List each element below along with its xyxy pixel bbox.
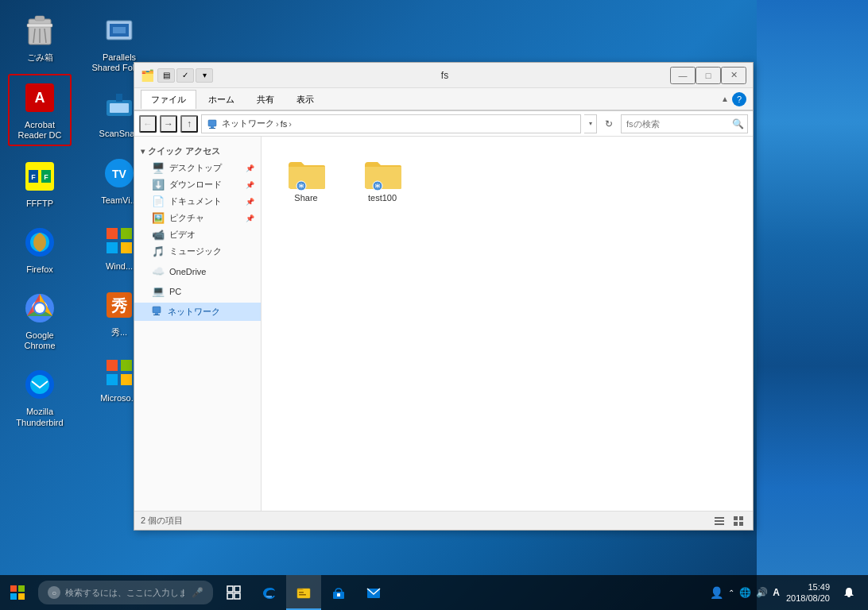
status-bar-right <box>711 514 746 528</box>
minimize-button[interactable]: — <box>670 67 696 84</box>
up-button[interactable]: ↑ <box>180 115 198 133</box>
svg-rect-26 <box>116 94 122 102</box>
shuuji-label: 秀... <box>111 327 127 338</box>
svg-text:F: F <box>44 173 48 181</box>
svg-rect-41 <box>209 128 215 129</box>
tab-file[interactable]: ファイル <box>141 90 196 109</box>
qa-btn-1[interactable]: ▤ <box>157 68 175 83</box>
sidebar-quick-access-header[interactable]: クイック アクセス <box>134 143 261 160</box>
store-taskbar-button[interactable] <box>321 575 356 610</box>
tab-home[interactable]: ホーム <box>198 90 245 109</box>
desktop-icon-firefox[interactable]: Firefox <box>8 220 72 278</box>
task-view-button[interactable] <box>216 575 251 610</box>
svg-rect-29 <box>107 228 118 239</box>
sidebar: クイック アクセス 🖥️ デスクトップ 📌 ⬇️ ダウンロード 📌 📄 ドキュメ… <box>134 137 262 511</box>
network-tray-icon[interactable]: 🌐 <box>739 587 751 598</box>
desktop-icon-thunderbird[interactable]: Mozilla Thunderbird <box>8 362 72 430</box>
svg-text:秀: 秀 <box>111 297 128 315</box>
search-box: 🔍 <box>621 114 748 133</box>
pin-icon-downloads: 📌 <box>246 181 254 189</box>
microsoft-icon <box>100 352 138 390</box>
svg-rect-64 <box>299 594 306 596</box>
windows2-icon <box>100 220 138 258</box>
sidebar-item-onedrive[interactable]: ☁️ OneDrive <box>134 263 261 280</box>
sidebar-item-music[interactable]: 🎵 ミュージック <box>134 243 261 260</box>
svg-rect-38 <box>121 374 132 385</box>
sidebar-item-onedrive-label: OneDrive <box>169 267 206 276</box>
sidebar-item-documents[interactable]: 📄 ドキュメント 📌 <box>134 193 261 210</box>
videos-sidebar-icon: 📹 <box>152 229 165 241</box>
svg-text:A: A <box>35 90 45 106</box>
qa-btn-2[interactable]: ✓ <box>176 68 194 83</box>
teamviewer-label: TeamVi... <box>101 195 138 206</box>
desktop-icon-ffftp[interactable]: F F FFFTP <box>8 154 72 212</box>
svg-rect-55 <box>18 585 25 592</box>
status-bar: 2 個の項目 <box>134 511 753 530</box>
address-bar: ← → ↑ ネットワーク › fs › ▾ ↻ <box>134 111 753 137</box>
tab-view[interactable]: 表示 <box>286 90 324 109</box>
sidebar-item-videos[interactable]: 📹 ビデオ <box>134 226 261 243</box>
content-area: Share test100 <box>262 137 753 511</box>
desktop-icon-chrome[interactable]: Google Chrome <box>8 286 72 354</box>
desktop-icon-recycle-bin[interactable]: ごみ箱 <box>8 8 72 66</box>
ribbon-expand[interactable]: ▲ <box>721 95 729 103</box>
clock-time: 15:49 <box>786 581 830 593</box>
sidebar-item-network[interactable]: ネットワーク <box>134 303 261 321</box>
forward-button[interactable]: → <box>160 115 177 133</box>
maximize-button[interactable]: □ <box>696 67 721 84</box>
folder-item-share[interactable]: Share <box>274 149 338 209</box>
help-button[interactable]: ? <box>732 92 746 106</box>
back-button[interactable]: ← <box>139 115 157 133</box>
teamviewer-icon: TV <box>100 154 138 192</box>
scansnap-icon <box>100 87 138 125</box>
person-icon[interactable]: 👤 <box>710 586 723 599</box>
desktop: ごみ箱 A Acrobat Reader DC F F <box>0 0 868 610</box>
sidebar-item-downloads-label: ダウンロード <box>169 179 222 191</box>
explorer-taskbar-button[interactable] <box>286 575 321 610</box>
address-dropdown-button[interactable]: ▾ <box>584 114 597 133</box>
parallels-icon <box>100 11 138 49</box>
sidebar-item-videos-label: ビデオ <box>169 229 196 241</box>
sidebar-section-onedrive: ☁️ OneDrive <box>134 263 261 280</box>
address-path[interactable]: ネットワーク › fs › <box>201 114 581 133</box>
svg-rect-61 <box>234 593 240 599</box>
qa-btn-3[interactable]: ▾ <box>196 68 213 83</box>
sidebar-item-desktop[interactable]: 🖥️ デスクトップ 📌 <box>134 160 261 176</box>
refresh-button[interactable]: ↻ <box>600 115 618 133</box>
start-button[interactable] <box>0 575 35 610</box>
explorer-title-icon: 🗂️ <box>141 69 154 82</box>
system-clock[interactable]: 15:49 2018/08/20 <box>786 581 830 604</box>
svg-rect-57 <box>18 593 25 600</box>
acrobat-label: Acrobat Reader DC <box>13 120 67 141</box>
volume-tray-icon[interactable]: 🔊 <box>756 587 768 598</box>
view-large-icons-button[interactable] <box>730 514 746 528</box>
svg-rect-23 <box>113 27 126 33</box>
tab-share[interactable]: 共有 <box>246 90 285 109</box>
network-sidebar-icon <box>152 305 163 319</box>
chrome-icon <box>21 289 59 327</box>
sidebar-section-quick-access: クイック アクセス 🖥️ デスクトップ 📌 ⬇️ ダウンロード 📌 📄 ドキュメ… <box>134 143 261 260</box>
folder-item-test100[interactable]: test100 <box>351 149 414 209</box>
test100-folder-icon <box>362 156 403 193</box>
taskbar-search-bar[interactable]: ○ 🎤 <box>38 581 213 604</box>
search-input[interactable] <box>622 119 728 129</box>
taskbar-search-input[interactable] <box>65 588 184 597</box>
music-sidebar-icon: 🎵 <box>152 245 165 257</box>
edge-taskbar-button[interactable] <box>251 575 286 610</box>
sidebar-item-pictures[interactable]: 🖼️ ピクチャ 📌 <box>134 210 261 226</box>
sidebar-item-pc[interactable]: 💻 PC <box>134 283 261 299</box>
ribbon-right: ▲ ? <box>721 92 746 106</box>
sidebar-item-downloads[interactable]: ⬇️ ダウンロード 📌 <box>134 176 261 193</box>
quick-access-buttons: ▤ ✓ ▾ <box>157 68 213 83</box>
firefox-icon <box>21 223 59 261</box>
font-tray-icon[interactable]: A <box>773 587 780 598</box>
svg-rect-37 <box>107 374 118 385</box>
desktop-icon-acrobat[interactable]: A Acrobat Reader DC <box>8 74 72 145</box>
mail-taskbar-button[interactable] <box>356 575 391 610</box>
close-button[interactable]: ✕ <box>721 67 746 84</box>
view-details-button[interactable] <box>711 514 727 528</box>
documents-sidebar-icon: 📄 <box>152 195 165 207</box>
microphone-icon: 🎤 <box>192 587 203 598</box>
tray-expand-button[interactable]: ⌃ <box>728 589 734 597</box>
notification-button[interactable] <box>836 575 862 610</box>
